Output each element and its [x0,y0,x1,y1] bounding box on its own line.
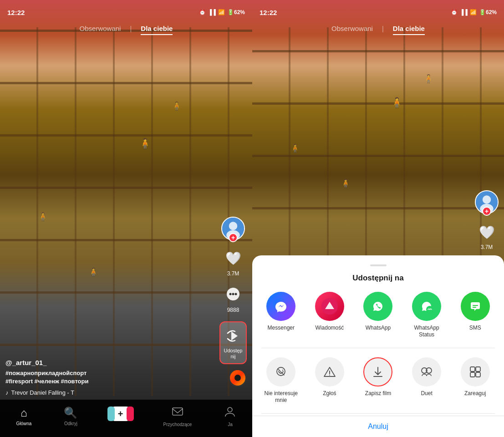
person-figure-r3: 🧍 [290,143,300,153]
svg-rect-20 [473,307,476,308]
music-text[interactable]: Trevor Daniel Falling - T [11,389,75,396]
heart-icon: 🤍 [223,249,243,269]
share-title: Udostępnij na [252,274,504,292]
wifi-icon: 📶 [218,9,225,15]
zapisz-film-icon [363,357,392,386]
username[interactable]: @_artur_01_ [5,359,220,366]
nav-profile-label: Ja [228,422,233,427]
side-actions-right: + 🤍 3.7M [475,190,499,250]
music-info: ♪ Trevor Daniel Falling - T [5,389,220,396]
person-figure-r4: 🧍 [341,178,351,188]
svg-point-10 [483,195,491,203]
share-sheet: Udostępnij na [252,255,504,437]
whatsapp-status-label: WhatsApp Status [406,325,447,339]
sms-icon [461,292,490,321]
time-left: 12:22 [7,9,25,16]
share-app-duet[interactable]: Duet [406,357,447,404]
share-app-whatsapp-status[interactable]: WhatsApp Status [406,292,447,339]
battery-icon-right: 🔋62% [479,9,497,15]
status-icons-left: ⏰ ▐▐ 📶 🔋62% [199,9,245,15]
svg-rect-32 [476,367,480,371]
svg-point-8 [228,407,232,412]
like-count: 3.7M [227,270,239,277]
hashtags: #пожарноприкладнойспорт #firesport #челе… [5,369,220,386]
zglos-icon [315,357,344,386]
person-figure-2: 🧍 [172,101,182,111]
share-app-whatsapp[interactable]: WhatsApp [357,292,398,339]
nav-inbox[interactable]: Przychodzące [163,406,192,427]
nav-search-label: Odkryj [64,421,77,426]
right-panel: 🧍 🧍 🧍 🧍 12:22 ⏰ ▐▐ 📶 🔋62% Obserwowani | … [252,0,504,437]
nav-profile[interactable]: Ja [224,406,236,427]
sheet-handle [370,264,387,266]
person-figure-r2: 🧍 [423,74,433,84]
share-app-sms[interactable]: SMS [455,292,496,339]
person-figure-3: 🧍 [38,212,48,222]
share-app-zareaguj[interactable]: Zareaguj [455,357,496,404]
like-button[interactable]: 🤍 3.7M [223,249,243,277]
person-figure-r1: 🧍 [391,97,403,109]
status-bar-right: 12:22 ⏰ ▐▐ 📶 🔋62% [252,0,504,20]
nav-divider-left: | [130,23,132,35]
sms-label: SMS [469,325,481,332]
nav-home[interactable]: ⌂ Główna [16,407,32,426]
nav-search[interactable]: 🔍 Odkryj [64,407,77,426]
status-icons-right: ⏰ ▐▐ 📶 🔋62% [451,9,497,15]
share-app-zglos[interactable]: Zgłoś [309,357,350,404]
svg-point-6 [235,293,237,295]
cancel-divider [261,413,495,414]
whatsapp-status-icon [412,292,441,321]
side-actions-left: + 🤍 3.7M 9888 [219,217,247,364]
whatsapp-icon [363,292,392,321]
profile-icon [224,406,236,420]
like-button-right[interactable]: 🤍 3.7M [477,222,497,250]
follow-plus-right[interactable]: + [482,207,491,216]
svg-rect-19 [473,305,478,306]
add-button[interactable]: + [110,407,131,421]
hashtag-1[interactable]: #пожарноприкладнойспорт [5,370,87,376]
tab-obserwowani-left[interactable]: Obserwowani [80,23,121,35]
nav-add[interactable]: + [110,407,131,421]
creator-avatar[interactable]: + [221,217,245,240]
tab-dlaciebie-right[interactable]: Dla ciebie [393,23,425,35]
share-app-messenger[interactable]: Messenger [260,292,301,339]
svg-rect-31 [470,367,475,371]
user-info: @_artur_01_ #пожарноприкладнойспорт #fir… [5,359,220,396]
hashtag-2[interactable]: #firesport #челенж #повтори [5,378,89,385]
music-note-icon: ♪ [5,389,9,396]
vinyl-disc [229,369,247,387]
comment-button[interactable]: 9888 [223,285,243,313]
bottom-nav-left: ⌂ Główna 🔍 Odkryj + Przychodzące [0,400,252,437]
duet-icon [412,357,441,386]
duet-label: Duet [421,390,432,397]
share-label: Udostępnij [224,348,243,360]
tab-dlaciebie-left[interactable]: Dla ciebie [141,23,173,35]
time-right: 12:22 [260,9,277,16]
share-app-zapisz-film[interactable]: Zapisz film [357,357,398,404]
nie-interesuje-label: Nie interesuje mnie [260,390,301,404]
follow-plus-icon[interactable]: + [229,233,238,242]
messenger-icon [266,292,295,321]
signal-icon: ▐▐ [208,9,216,15]
building-overlay-right: 🧍 🧍 🧍 🧍 [252,27,504,259]
search-icon: 🔍 [64,407,77,419]
cancel-button[interactable]: Anuluj [252,416,504,437]
comment-count: 9888 [227,307,239,313]
svg-point-5 [232,293,234,295]
share-button[interactable]: Udostępnij [219,321,247,364]
tab-obserwowani-right[interactable]: Obserwowani [331,23,373,35]
svg-point-4 [229,293,232,295]
share-icon [223,326,243,346]
status-bar-left: 12:22 ⏰ ▐▐ 📶 🔋62% [0,0,252,20]
svg-point-26 [329,375,330,376]
signal-icon-right: ▐▐ [460,9,468,15]
share-app-nie-interesuje[interactable]: Nie interesuje mnie [260,357,301,404]
wiadomosc-icon [315,292,344,321]
whatsapp-label: WhatsApp [366,325,391,332]
building-overlay: 🧍 🧍 🧍 🧍 [0,27,252,396]
nav-tabs-right: Obserwowani | Dla ciebie [252,23,504,35]
person-figure-4: 🧍 [88,267,98,277]
creator-avatar-right[interactable]: + [475,190,499,214]
share-app-wiadomosc[interactable]: Wiadomość [309,292,350,339]
heart-icon-right: 🤍 [477,222,497,242]
